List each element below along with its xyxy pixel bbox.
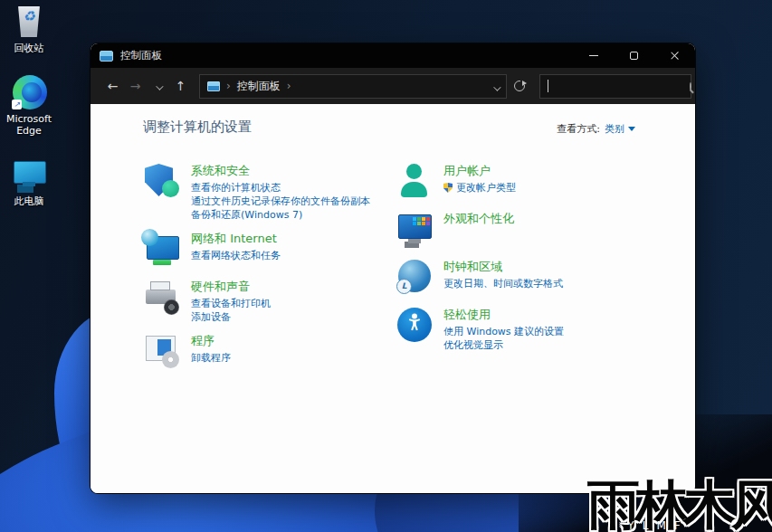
task-link[interactable]: 更改帐户类型 bbox=[443, 181, 516, 195]
color-tiles-icon bbox=[426, 217, 430, 221]
caption-buttons bbox=[573, 43, 695, 68]
navigation-bar: ← → ↑ › 控制面板 › bbox=[91, 68, 695, 104]
address-bar[interactable]: › 控制面板 › bbox=[199, 74, 507, 99]
clock-hands-icon: L bbox=[396, 279, 412, 294]
printer-icon[interactable] bbox=[143, 278, 181, 316]
category-ease-of-access: 轻松使用 使用 Windows 建议的设置 优化视觉显示 bbox=[396, 306, 681, 352]
recent-locations-button[interactable] bbox=[147, 79, 169, 93]
category-title-link[interactable]: 外观和个性化 bbox=[443, 211, 514, 227]
task-link[interactable]: 添加设备 bbox=[191, 310, 271, 324]
desktop-icon-microsoft-edge[interactable]: ↗ Microsoft Edge bbox=[0, 74, 58, 137]
category-hardware-sound: 硬件和声音 查看设备和打印机 添加设备 bbox=[143, 278, 396, 324]
back-button[interactable]: ← bbox=[101, 79, 124, 93]
refresh-button[interactable] bbox=[507, 74, 532, 99]
breadcrumb-control-panel[interactable]: 控制面板 bbox=[237, 79, 281, 94]
task-link[interactable]: 查看你的计算机状态 bbox=[191, 181, 370, 195]
category-columns: 系统和安全 查看你的计算机状态 通过文件历史记录保存你的文件备份副本 备份和还原… bbox=[143, 162, 681, 380]
category-text: 硬件和声音 查看设备和打印机 添加设备 bbox=[191, 278, 271, 324]
search-icon bbox=[690, 82, 691, 90]
globe-icon bbox=[141, 229, 158, 246]
network-monitor-icon[interactable] bbox=[143, 230, 181, 268]
programs-disc-icon[interactable] bbox=[143, 332, 181, 370]
category-column-left: 系统和安全 查看你的计算机状态 通过文件历史记录保存你的文件备份副本 备份和还原… bbox=[143, 162, 396, 380]
printer-tray bbox=[150, 281, 170, 290]
category-network-internet: 网络和 Internet 查看网络状态和任务 bbox=[143, 230, 396, 270]
category-programs: 程序 卸载程序 bbox=[143, 332, 396, 372]
up-button[interactable]: ↑ bbox=[169, 79, 192, 93]
task-link[interactable]: 通过文件历史记录保存你的文件备份副本 bbox=[191, 195, 370, 208]
control-panel-window: 控制面板 ← → ↑ › 控制面板 › bbox=[91, 43, 695, 493]
task-link[interactable]: 查看设备和打印机 bbox=[191, 297, 271, 310]
category-title-link[interactable]: 轻松使用 bbox=[443, 307, 564, 323]
control-panel-content: 调整计算机的设置 查看方式: 类别 系统和安全 查看你的计算机状态 通过文件历史… bbox=[91, 104, 695, 493]
search-input[interactable] bbox=[548, 80, 684, 92]
refresh-icon bbox=[514, 81, 525, 91]
category-title-link[interactable]: 程序 bbox=[191, 333, 231, 349]
task-link-label: 更改帐户类型 bbox=[456, 181, 516, 195]
uac-shield-icon bbox=[443, 183, 453, 193]
task-link-label: 查看你的计算机状态 bbox=[191, 181, 281, 195]
category-clock-region: L 时钟和区域 更改日期、时间或数字格式 bbox=[396, 258, 681, 298]
personalization-monitor-icon[interactable] bbox=[396, 210, 434, 248]
view-by-control: 查看方式: 类别 bbox=[557, 122, 635, 136]
category-system-security: 系统和安全 查看你的计算机状态 通过文件历史记录保存你的文件备份副本 备份和还原… bbox=[143, 162, 396, 222]
desktop-icon-label: 此电脑 bbox=[0, 195, 58, 207]
close-button[interactable] bbox=[654, 43, 695, 68]
task-link[interactable]: 优化视觉显示 bbox=[443, 338, 564, 352]
titlebar[interactable]: 控制面板 bbox=[91, 43, 695, 68]
category-user-accounts: 用户帐户 更改帐户类型 bbox=[396, 162, 681, 202]
close-icon bbox=[670, 51, 680, 61]
category-text: 用户帐户 更改帐户类型 bbox=[443, 162, 516, 202]
chevron-down-icon bbox=[493, 83, 500, 90]
task-link-label: 卸载程序 bbox=[191, 351, 231, 365]
search-box[interactable] bbox=[539, 74, 691, 99]
desktop-icon-label: Microsoft Edge bbox=[0, 113, 58, 137]
window-title: 控制面板 bbox=[120, 49, 162, 62]
category-text: 时钟和区域 更改日期、时间或数字格式 bbox=[443, 258, 563, 298]
task-link[interactable]: 卸载程序 bbox=[191, 351, 231, 365]
task-link-label: 备份和还原(Windows 7) bbox=[191, 208, 302, 222]
minimize-icon bbox=[589, 55, 598, 56]
category-text: 轻松使用 使用 Windows 建议的设置 优化视觉显示 bbox=[443, 306, 564, 352]
category-title-link[interactable]: 网络和 Internet bbox=[191, 231, 281, 247]
edge-icon: ↗ bbox=[11, 74, 47, 110]
category-title-link[interactable]: 用户帐户 bbox=[443, 163, 516, 179]
shortcut-arrow-icon: ↗ bbox=[12, 100, 22, 109]
category-title-link[interactable]: 系统和安全 bbox=[191, 163, 370, 179]
task-link-label: 查看网络状态和任务 bbox=[191, 249, 281, 262]
desktop-icon-recycle-bin[interactable]: ♻ 回收站 bbox=[0, 4, 58, 54]
task-link-label: 通过文件历史记录保存你的文件备份副本 bbox=[191, 195, 370, 208]
view-by-dropdown[interactable]: 类别 bbox=[605, 122, 635, 136]
clock-globe-icon[interactable]: L bbox=[396, 258, 434, 296]
minimize-button[interactable] bbox=[573, 43, 614, 68]
accessibility-person-icon bbox=[404, 312, 425, 337]
address-dropdown-button[interactable] bbox=[493, 78, 499, 95]
category-text: 系统和安全 查看你的计算机状态 通过文件历史记录保存你的文件备份副本 备份和还原… bbox=[191, 162, 370, 222]
task-link[interactable]: 查看网络状态和任务 bbox=[191, 249, 281, 262]
maximize-button[interactable] bbox=[614, 43, 654, 68]
task-link[interactable]: 更改日期、时间或数字格式 bbox=[443, 277, 563, 290]
breadcrumb-separator: › bbox=[226, 80, 231, 92]
category-title-link[interactable]: 时钟和区域 bbox=[443, 259, 563, 275]
shield-icon[interactable] bbox=[143, 162, 181, 200]
window-pane bbox=[157, 339, 171, 356]
task-link-label: 使用 Windows 建议的设置 bbox=[443, 325, 564, 338]
desktop-background: ♻ 回收站 ↗ Microsoft Edge 此电脑 控制面板 ← → ↑ bbox=[0, 0, 772, 532]
desktop-icon-label: 回收站 bbox=[0, 43, 58, 54]
desktop-icon-list: ♻ 回收站 ↗ Microsoft Edge 此电脑 bbox=[0, 4, 58, 227]
desktop-icon-this-pc[interactable]: 此电脑 bbox=[0, 157, 58, 207]
category-text: 程序 卸载程序 bbox=[191, 332, 231, 372]
triangle-down-icon bbox=[628, 127, 635, 131]
view-by-value: 类别 bbox=[605, 122, 624, 136]
category-title-link[interactable]: 硬件和声音 bbox=[191, 279, 271, 295]
task-link[interactable]: 备份和还原(Windows 7) bbox=[191, 208, 370, 222]
page-title: 调整计算机的设置 bbox=[143, 119, 252, 136]
ease-of-access-icon[interactable] bbox=[396, 306, 434, 344]
user-icon[interactable] bbox=[396, 162, 434, 200]
recycle-bin-icon: ♻ bbox=[11, 4, 47, 40]
forward-button[interactable]: → bbox=[124, 79, 147, 93]
category-appearance-personalization: 外观和个性化 bbox=[396, 210, 681, 250]
view-by-label: 查看方式: bbox=[557, 122, 600, 136]
task-link-label: 更改日期、时间或数字格式 bbox=[443, 277, 563, 290]
task-link[interactable]: 使用 Windows 建议的设置 bbox=[443, 325, 564, 338]
